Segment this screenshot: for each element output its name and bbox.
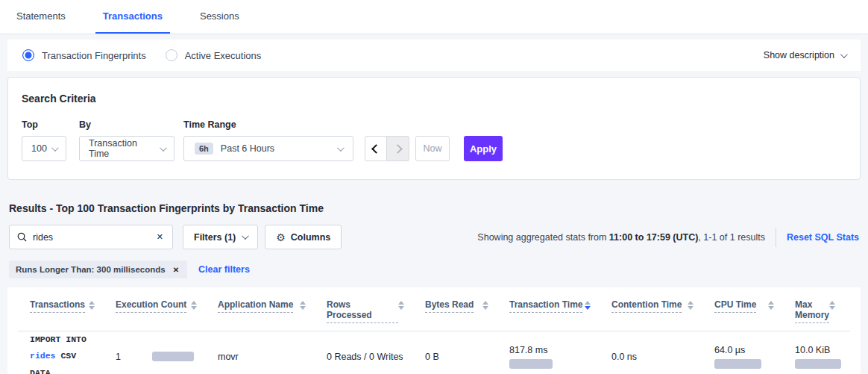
time-range-field: Time Range 6h Past 6 Hours [183,119,365,161]
radio-unselected-icon[interactable] [166,49,177,61]
transaction-fingerprint-link[interactable]: IMPORT INTOrides CSV DATA… [30,331,116,374]
chevron-right-icon [393,144,403,154]
column-header: CPU Time [714,299,795,323]
time-range-label: Time Range [183,119,365,130]
sort-icon[interactable] [398,301,404,310]
sort-icon[interactable] [585,301,591,310]
page-tabs: Statements Transactions Sessions [0,0,868,34]
results-controls: ✕ Filters (1) ⚙ Columns Showing aggregat… [9,225,859,249]
metric-bar [509,359,553,369]
radio-transaction-fingerprints[interactable]: Transaction Fingerprints [22,49,146,61]
top-field: Top 100 [22,119,79,161]
column-header-label[interactable]: Transaction Time [509,299,582,313]
table-row: IMPORT INTOrides CSV DATA…1movr0 Reads /… [18,331,850,374]
filter-pill-label: Runs Longer Than: 300 milliseconds [16,265,166,274]
sort-icon[interactable] [300,301,306,310]
view-radio-group: Transaction Fingerprints Active Executio… [22,49,280,61]
count-bar [152,352,194,361]
search-criteria-card: Search Criteria Top 100 By Transaction T… [7,77,861,180]
stats-area: Showing aggregated stats from 11:00 to 1… [477,228,859,247]
column-header-label[interactable]: CPU Time [714,299,756,313]
columns-button[interactable]: ⚙ Columns [265,225,342,249]
next-time-button[interactable] [387,136,409,161]
time-range-badge: 6h [195,143,213,155]
metric-bar [714,359,761,369]
active-filters-row: Runs Longer Than: 300 milliseconds ✕ Cle… [9,261,859,278]
chevron-down-icon [337,144,345,152]
show-description-toggle[interactable]: Show description [764,50,846,60]
tab-sessions[interactable]: Sessions [192,10,247,34]
column-header-label[interactable]: Rows Processed [327,299,398,323]
column-header: Transactions [30,299,116,323]
text-cell: 0 B [425,352,509,362]
metric-bar [795,359,841,369]
filters-button[interactable]: Filters (1) [183,225,258,249]
column-header-label[interactable]: Bytes Read [425,299,474,313]
column-header: Transaction Time [509,299,611,323]
column-header: Contention Time [611,299,714,323]
stats-range: 11:00 to 17:59 (UTC) [609,232,698,243]
stats-text: Showing aggregated stats from 11:00 to 1… [477,232,765,243]
radio-label: Transaction Fingerprints [42,50,146,61]
time-nav-group [365,136,409,161]
cell-value: 10.0 KiB [795,345,841,355]
sort-icon[interactable] [482,301,488,310]
cell-value: 1 [116,352,121,362]
chevron-down-icon [51,144,59,152]
by-label: By [79,119,183,130]
chevron-down-icon [840,51,848,58]
metric-cell: 817.8 ms [509,345,611,369]
column-header: Application Name [218,299,327,323]
column-header-label[interactable]: Application Name [218,299,293,313]
filter-pill[interactable]: Runs Longer Than: 300 milliseconds ✕ [9,261,187,278]
top-label: Top [22,119,79,130]
remove-filter-icon[interactable]: ✕ [172,266,180,274]
column-header-label[interactable]: Execution Count [116,299,186,313]
show-description-label: Show description [764,50,834,60]
metric-cell: 10.0 KiB [795,345,856,369]
clear-filters-link[interactable]: Clear filters [198,264,250,275]
radio-active-executions[interactable]: Active Executions [166,49,262,61]
tab-transactions[interactable]: Transactions [95,10,170,34]
by-select[interactable]: Transaction Time [79,136,174,161]
sort-icon[interactable] [688,301,694,310]
execution-count-cell: 1 [116,352,218,362]
time-range-value: Past 6 Hours [221,143,274,154]
results-heading: Results - Top 100 Transaction Fingerprin… [9,202,859,214]
search-criteria-fields: Top 100 By Transaction Time Time Range 6… [22,119,846,161]
by-field: By Transaction Time [79,119,183,161]
previous-time-button[interactable] [365,136,387,161]
column-header-label[interactable]: Contention Time [611,299,682,313]
column-header: Bytes Read [425,299,509,323]
text-cell: 0.0 ns [611,352,714,362]
search-box[interactable]: ✕ [9,225,173,249]
table-header-row: TransactionsExecution CountApplication N… [18,287,850,331]
sort-icon[interactable] [768,301,774,310]
view-toggle-bar: Transaction Fingerprints Active Executio… [7,40,861,71]
radio-label: Active Executions [185,50,262,61]
apply-button[interactable]: Apply [464,136,503,161]
sort-icon[interactable] [191,301,197,310]
reset-sql-stats-link[interactable]: Reset SQL Stats [787,232,859,243]
text-cell: 0 Reads / 0 Writes [327,352,425,362]
column-header: Rows Processed [327,299,425,323]
column-header: Max Memory [795,299,856,323]
chevron-left-icon [371,144,381,154]
sort-icon[interactable] [89,301,95,310]
top-select[interactable]: 100 [22,136,66,161]
radio-selected-icon[interactable] [22,49,34,61]
sort-icon[interactable] [829,301,835,310]
results-table: TransactionsExecution CountApplication N… [7,287,861,374]
time-range-select[interactable]: 6h Past 6 Hours [183,136,353,161]
column-header-label[interactable]: Transactions [30,299,85,313]
by-value: Transaction Time [89,138,160,159]
now-button[interactable]: Now [415,136,450,161]
gear-icon: ⚙ [276,231,286,243]
search-input[interactable] [33,232,155,243]
column-header-label[interactable]: Max Memory [795,299,829,323]
search-criteria-title: Search Criteria [22,93,846,105]
clear-search-icon[interactable]: ✕ [155,232,165,242]
filters-label: Filters (1) [194,232,236,243]
tab-statements[interactable]: Statements [9,10,73,34]
column-header: Execution Count [116,299,218,323]
